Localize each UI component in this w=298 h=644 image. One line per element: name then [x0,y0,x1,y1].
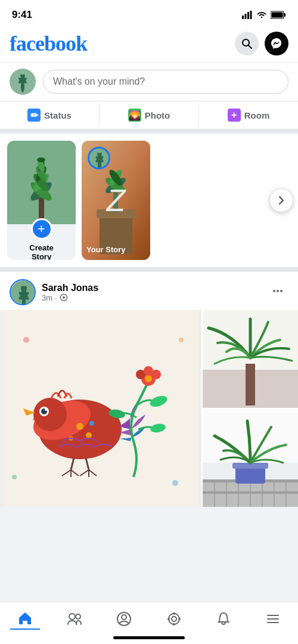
svg-point-105 [76,614,80,619]
nav-friends[interactable] [60,609,89,629]
plant-photo-top [203,310,298,408]
header-icons [235,32,288,55]
nav-profile[interactable] [109,609,139,629]
your-story-card[interactable]: Z Your Story [82,141,150,260]
svg-point-104 [69,614,75,620]
svg-point-83 [12,475,17,479]
svg-rect-5 [284,13,286,17]
search-icon [241,38,253,49]
settings-icon [60,293,68,302]
stories-section: + CreateStory [0,134,298,272]
messenger-icon [271,38,283,49]
svg-point-26 [37,157,45,162]
home-indicator [113,636,185,639]
post: Sarah Jonas 3m · [0,272,298,507]
svg-point-82 [172,480,178,486]
svg-rect-101 [203,491,298,494]
status-label: Status [44,110,72,120]
your-story-label: Your Story [86,245,145,254]
create-story-bottom: + CreateStory [7,224,76,260]
plant-illustration [7,141,76,224]
nav-notifications[interactable] [209,609,238,629]
svg-point-108 [169,614,179,624]
status-icons [242,11,286,19]
photo-label: Photo [145,110,170,120]
more-icon [272,285,284,297]
story-avatar-ring [88,147,110,169]
post-time: 3m [42,293,52,302]
create-story-image [7,141,76,224]
svg-point-64 [89,421,94,426]
svg-point-51 [273,290,275,292]
folk-art-illustration [0,310,201,507]
post-more-button[interactable] [267,283,288,302]
post-main-image[interactable] [0,310,201,507]
room-button[interactable]: + Room [199,104,298,126]
status-time: 9:41 [12,9,32,21]
home-icon [17,611,33,626]
bell-icon [216,611,231,627]
svg-point-81 [23,337,29,343]
svg-rect-89 [246,364,255,405]
post-username: Sarah Jonas [42,283,98,293]
svg-point-48 [21,286,27,289]
post-bar: What's on your mind? [0,63,298,101]
post-dot: · [55,293,57,302]
post-placeholder: What's on your mind? [53,76,145,86]
plant-photo-bottom [203,409,298,507]
status-button[interactable]: ✏ Status [0,104,100,126]
svg-point-50 [63,296,65,299]
svg-point-62 [86,432,92,438]
signal-icon [242,11,253,19]
svg-point-112 [173,612,175,615]
friends-icon [67,611,82,627]
wifi-icon [256,11,267,19]
post-side-image-bottom[interactable] [203,409,298,507]
room-icon: + [228,109,241,122]
photo-button[interactable]: 🌄 Photo [100,104,199,126]
user-avatar [10,69,36,95]
status-bar: 9:41 [0,0,298,26]
stories-scroll-button[interactable] [269,188,293,212]
nav-home[interactable] [10,608,40,630]
facebook-logo: facebook [10,31,87,56]
post-side-image-top[interactable] [203,310,298,408]
room-label: Room [244,110,270,120]
post-avatar[interactable] [10,279,36,305]
svg-point-61 [76,423,83,430]
photo-icon: 🌄 [128,109,141,122]
menu-icon [265,611,281,627]
post-side-images [203,310,298,507]
svg-rect-1 [245,14,247,19]
svg-point-57 [33,398,67,431]
svg-line-8 [249,45,252,48]
nav-menu[interactable] [258,609,288,629]
status-icon: ✏ [27,109,41,122]
svg-rect-3 [250,11,252,19]
chevron-right-icon [277,196,286,205]
create-story-label: CreateStory [29,243,53,260]
search-button[interactable] [235,32,259,55]
svg-point-113 [173,623,175,626]
svg-point-111 [178,618,181,620]
svg-point-60 [45,408,47,411]
svg-point-53 [280,290,283,292]
svg-point-110 [167,618,170,620]
post-input[interactable]: What's on your mind? [43,70,288,94]
svg-point-107 [122,615,126,620]
battery-icon [271,11,286,19]
svg-point-109 [172,617,176,621]
post-user: Sarah Jonas 3m · [10,279,98,305]
svg-point-84 [179,338,184,342]
svg-rect-6 [272,12,283,17]
watch-icon [166,611,182,627]
profile-icon [116,611,132,627]
post-user-info: Sarah Jonas 3m · [42,283,98,302]
create-story-card[interactable]: + CreateStory [7,141,76,260]
nav-watch[interactable] [159,609,189,629]
svg-point-69 [145,375,152,382]
messenger-button[interactable] [265,32,288,55]
post-meta: 3m · [42,293,98,302]
svg-rect-2 [247,12,249,19]
svg-point-52 [277,290,279,292]
